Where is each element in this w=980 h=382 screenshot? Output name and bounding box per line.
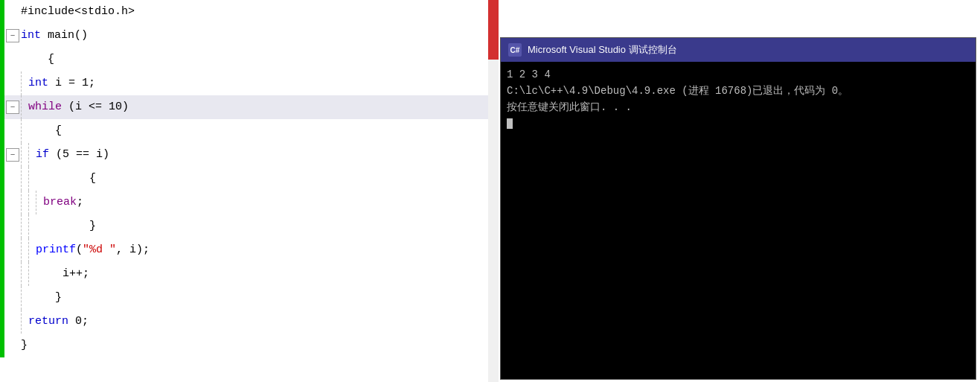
indent-6-0 <box>21 143 28 167</box>
line-bar-13 <box>0 310 4 334</box>
kw-printf: printf <box>36 238 76 262</box>
scrollbar-track[interactable] <box>488 0 499 382</box>
indent-9-1 <box>28 214 36 238</box>
printf-fmt: "%d " <box>83 238 116 262</box>
kw-if: if <box>36 143 49 167</box>
indent-10-1 <box>28 238 36 262</box>
indent-12-0 <box>21 286 28 310</box>
indent-6-1 <box>28 143 36 167</box>
kw-int-i: int <box>28 71 48 95</box>
indent-11-0 <box>21 262 28 286</box>
console-body: 1 2 3 4 C:\lc\C++\4.9\Debug\4.9.exe (进程 … <box>501 62 976 379</box>
brace-main-close: } <box>21 334 28 357</box>
collapse-btn-if[interactable]: − <box>6 148 19 162</box>
line-bar-9 <box>0 214 4 238</box>
code-line-2: { <box>0 48 499 71</box>
console-output-1: C:\lc\C++\4.9\Debug\4.9.exe (进程 16768)已退… <box>507 83 970 99</box>
code-line-1: − int main() <box>0 24 499 48</box>
line-content-10: printf("%d ", i); <box>21 238 499 262</box>
line-bar-5 <box>0 119 4 143</box>
scrollbar-thumb[interactable] <box>488 0 499 60</box>
console-output-0: 1 2 3 4 <box>507 66 970 83</box>
line-bar-6 <box>0 143 4 167</box>
int-i-text: i = 1; <box>48 71 95 95</box>
line-content-2: { <box>21 48 499 71</box>
line-content-14: } <box>21 334 499 357</box>
console-icon: C# <box>508 43 522 57</box>
line-content-11: i++; <box>21 262 499 286</box>
line-bar-11 <box>0 262 4 286</box>
line-content-13: return 0; <box>21 310 499 334</box>
indent-9-0 <box>21 214 28 238</box>
code-line-0: #include<stdio.h> <box>0 0 499 24</box>
brace-open-1: { <box>21 48 54 71</box>
code-line-6: − if (5 == i) <box>0 143 499 167</box>
kw-return: return <box>28 310 68 334</box>
line-bar-2 <box>0 48 4 71</box>
line-bar-4 <box>0 95 4 119</box>
line-bar-1 <box>0 24 4 48</box>
line-content-12: } <box>21 286 499 310</box>
break-semi: ; <box>77 191 83 214</box>
code-line-3: int i = 1; <box>0 71 499 95</box>
line-content-6: if (5 == i) <box>21 143 499 167</box>
console-output-2: 按任意键关闭此窗口. . . <box>507 99 970 115</box>
indent-10-0 <box>21 238 28 262</box>
line-bar-14 <box>0 334 4 357</box>
brace-while-open: { <box>28 119 62 143</box>
collapse-btn-while[interactable]: − <box>6 101 19 114</box>
indent-4-0 <box>21 95 28 119</box>
return-val: 0; <box>68 310 89 334</box>
iinc-text: i++; <box>36 262 89 286</box>
line-content-4: while (i <= 10) <box>21 95 499 119</box>
indent-5-0 <box>21 119 28 143</box>
brace-if-close: } <box>36 214 96 238</box>
line-content-9: } <box>21 214 499 238</box>
line-bar-12 <box>0 286 4 310</box>
indent-7-0 <box>21 167 28 191</box>
code-line-10: printf("%d ", i); <box>0 238 499 262</box>
code-line-8: break; <box>0 191 499 214</box>
console-title: Microsoft Visual Studio 调试控制台 <box>528 43 968 57</box>
while-cond: (i <= 10) <box>62 95 129 119</box>
line-content-0: #include<stdio.h> <box>21 0 499 24</box>
line-content-1: int main() <box>21 24 499 48</box>
indent-8-0 <box>21 191 28 214</box>
if-cond: (5 == i) <box>49 143 109 167</box>
line-bar-10 <box>0 238 4 262</box>
console-titlebar[interactable]: C# Microsoft Visual Studio 调试控制台 <box>501 38 976 62</box>
console-icon-text: C# <box>510 46 520 54</box>
code-line-4: − while (i <= 10) <box>0 95 499 119</box>
code-line-12: } <box>0 286 499 310</box>
console-panel: C# Microsoft Visual Studio 调试控制台 1 2 3 4… <box>500 37 976 380</box>
include-text: #include<stdio.h> <box>21 0 135 24</box>
line-content-3: int i = 1; <box>21 71 499 95</box>
kw-int: int <box>21 24 41 48</box>
kw-break: break <box>43 191 77 214</box>
line-bar-8 <box>0 191 4 214</box>
code-lines: #include<stdio.h> − int main() { <box>0 0 499 357</box>
collapse-btn-main[interactable]: − <box>6 29 19 42</box>
brace-while-close: } <box>28 286 62 310</box>
code-line-11: i++; <box>0 262 499 286</box>
console-cursor-line <box>507 115 970 132</box>
line-bar-0 <box>0 0 4 24</box>
code-line-5: { <box>0 119 499 143</box>
kw-while: while <box>28 95 62 119</box>
main-text: main() <box>41 24 88 48</box>
indent-8-1 <box>28 191 36 214</box>
line-bar-3 <box>0 71 4 95</box>
code-line-9: } <box>0 214 499 238</box>
code-editor: #include<stdio.h> − int main() { <box>0 0 499 382</box>
code-line-13: return 0; <box>0 310 499 334</box>
line-content-5: { <box>21 119 499 143</box>
indent-11-1 <box>28 262 36 286</box>
brace-if-open: { <box>36 167 96 191</box>
line-content-7: { <box>21 167 499 191</box>
line-content-8: break; <box>21 191 499 214</box>
printf-args: , i); <box>116 238 150 262</box>
console-cursor <box>507 118 513 129</box>
line-bar-7 <box>0 167 4 191</box>
indent-13-0 <box>21 310 28 334</box>
indent-7-1 <box>28 167 36 191</box>
